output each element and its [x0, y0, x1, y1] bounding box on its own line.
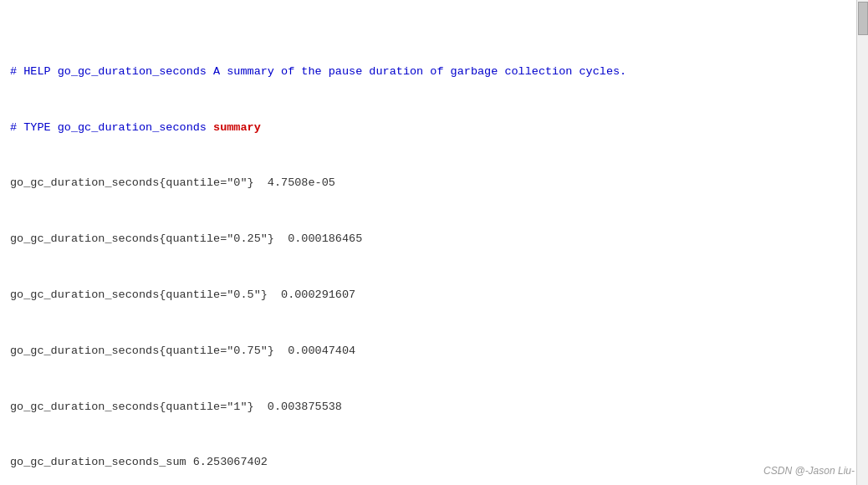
- code-block: # HELP go_gc_duration_seconds A summary …: [10, 7, 846, 485]
- scrollbar[interactable]: [856, 0, 868, 485]
- main-container: # HELP go_gc_duration_seconds A summary …: [0, 0, 868, 485]
- line-4: go_gc_duration_seconds{quantile="0.25"} …: [10, 230, 846, 248]
- line-8: go_gc_duration_seconds_sum 6.253067402: [10, 453, 846, 472]
- line-2: # TYPE go_gc_duration_seconds summary: [10, 119, 846, 137]
- summary-highlight: summary: [213, 121, 261, 134]
- line-6: go_gc_duration_seconds{quantile="0.75"} …: [10, 342, 846, 360]
- line-5: go_gc_duration_seconds{quantile="0.5"} 0…: [10, 286, 846, 304]
- line-3: go_gc_duration_seconds{quantile="0"} 4.7…: [10, 174, 846, 192]
- line-1: # HELP go_gc_duration_seconds A summary …: [10, 63, 846, 81]
- content-area[interactable]: # HELP go_gc_duration_seconds A summary …: [0, 0, 856, 485]
- watermark: CSDN @-Jason Liu-: [763, 465, 855, 477]
- line-7: go_gc_duration_seconds{quantile="1"} 0.0…: [10, 398, 846, 416]
- scrollbar-thumb[interactable]: [858, 2, 868, 35]
